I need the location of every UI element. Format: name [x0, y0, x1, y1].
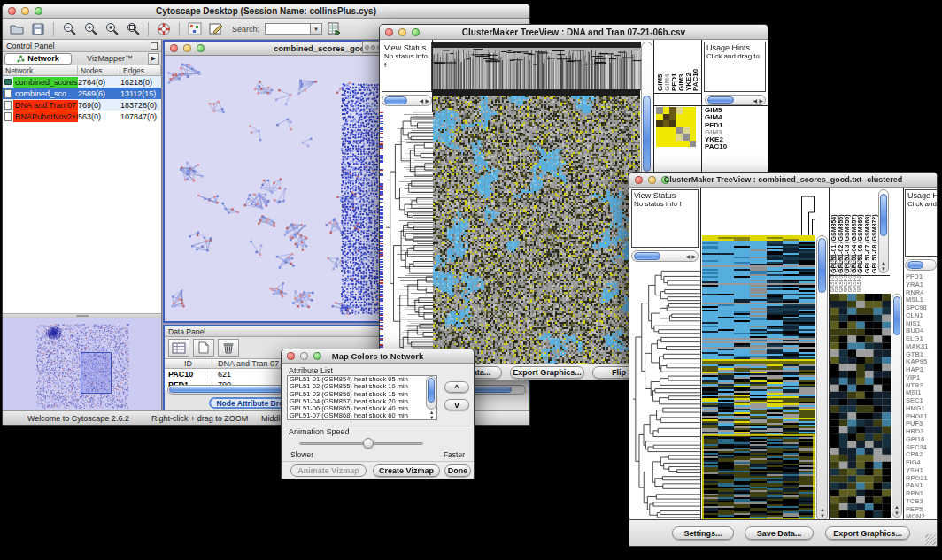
matrix-cell[interactable]	[676, 107, 683, 114]
dialog-titlebar[interactable]: Map Colors to Network	[282, 349, 474, 364]
column-label[interactable]: GPL51-07 (GSM868)	[864, 189, 871, 273]
attribute-list[interactable]: GPL51-01 (GSM854) heat shock 05 minGPL51…	[287, 375, 437, 420]
zoom-in-icon[interactable]	[81, 20, 99, 37]
column-label[interactable]: YKE2	[684, 42, 691, 91]
create-vizmap-button[interactable]: Create Vizmap	[373, 464, 440, 477]
column-dendrogram-canvas[interactable]	[702, 189, 815, 235]
network-overview-canvas[interactable]	[3, 318, 161, 413]
save-data-button[interactable]: Save Data...	[745, 526, 814, 540]
column-header-edges[interactable]: Edges	[120, 65, 161, 75]
column-dendrogram-canvas[interactable]	[433, 42, 641, 89]
scrollbar-thumb[interactable]	[643, 96, 651, 172]
tab-network[interactable]: Network	[4, 53, 72, 65]
matrix-cell[interactable]	[676, 141, 683, 148]
matrix-cell[interactable]	[690, 134, 697, 141]
matrix-cell[interactable]	[663, 127, 670, 134]
export-graphics-button[interactable]: Export Graphics...	[510, 366, 584, 379]
hints-hscrollbar[interactable]	[905, 259, 937, 271]
search-input[interactable]	[265, 23, 311, 35]
scroll-up-icon[interactable]	[820, 507, 825, 512]
attribute-list-item[interactable]: GPL51-07 (GSM868) heat shock 60 min	[288, 412, 436, 419]
matrix-cell[interactable]	[676, 120, 683, 127]
matrix-cell[interactable]	[690, 114, 697, 121]
scroll-left-icon[interactable]	[753, 98, 757, 104]
matrix-cell[interactable]	[656, 114, 663, 121]
scrollbar-thumb[interactable]	[880, 194, 887, 236]
move-down-button[interactable]: v	[444, 399, 469, 410]
animation-speed-slider[interactable]	[299, 442, 423, 445]
matrix-cell[interactable]	[676, 114, 683, 121]
matrix-cell[interactable]	[690, 120, 697, 127]
matrix-cell[interactable]	[683, 120, 690, 127]
search-dropdown-icon[interactable]	[311, 23, 322, 35]
annotation-icon[interactable]	[207, 20, 225, 37]
close-icon[interactable]	[365, 45, 369, 50]
treeview1-titlebar[interactable]: ClusterMaker TreeView : DNA and Tran 07-…	[380, 25, 768, 40]
matrix-cell[interactable]	[669, 127, 676, 134]
row-dendrogram-canvas[interactable]	[631, 266, 700, 521]
column-header-network[interactable]: Network	[3, 65, 78, 75]
row-dendrogram-canvas[interactable]	[384, 112, 433, 365]
column-header-nodes[interactable]: Nodes	[78, 65, 120, 75]
tab-vizmapper[interactable]: VizMapper™	[73, 54, 146, 63]
zoom-heatmap-canvas[interactable]	[830, 294, 891, 518]
scroll-down-icon[interactable]	[429, 415, 434, 420]
scrollbar-thumb[interactable]	[384, 96, 407, 104]
done-button[interactable]: Done	[444, 464, 471, 477]
heatmap-canvas[interactable]	[433, 90, 640, 365]
matrix-cell[interactable]	[690, 141, 697, 148]
matrix-cell[interactable]	[669, 114, 676, 121]
column-label[interactable]: GIM5	[656, 42, 663, 91]
scroll-right-icon[interactable]	[691, 254, 696, 259]
tab-overflow-arrow-icon[interactable]	[148, 53, 159, 65]
scrollbar-thumb[interactable]	[893, 296, 900, 335]
gene-name[interactable]: PAC10	[705, 143, 727, 150]
search-combobox[interactable]	[265, 23, 322, 35]
matrix-cell[interactable]	[683, 114, 690, 121]
scroll-right-icon[interactable]	[759, 98, 763, 104]
gene-name-list[interactable]: GIM5GIM4PFD1GIM3YKE2PAC10	[705, 107, 727, 151]
zoom-selected-icon[interactable]	[103, 20, 120, 37]
scrollbar-thumb[interactable]	[707, 96, 734, 104]
matrix-cell[interactable]	[683, 134, 690, 141]
select-attributes-icon[interactable]	[168, 339, 189, 357]
help-lifering-icon[interactable]	[155, 20, 173, 37]
column-label[interactable]: PFD1	[670, 42, 677, 91]
scrollbar-thumb[interactable]	[818, 238, 826, 293]
matrix-cell[interactable]	[656, 141, 663, 148]
matrix-cell[interactable]	[676, 134, 683, 141]
matrix-cell[interactable]	[683, 127, 690, 134]
list-vscrollbar[interactable]	[426, 376, 436, 410]
matrix-cell[interactable]	[669, 134, 676, 141]
settings-button[interactable]: Settings...	[672, 526, 734, 540]
scroll-right-icon[interactable]	[425, 98, 429, 104]
matrix-cell[interactable]	[656, 107, 663, 114]
matrix-cell[interactable]	[656, 134, 663, 141]
open-file-icon[interactable]	[8, 20, 26, 37]
plugin-nodes-icon[interactable]	[186, 20, 204, 37]
scroll-down-icon[interactable]	[881, 266, 886, 272]
float-panel-icon[interactable]	[151, 42, 158, 50]
scroll-up-icon[interactable]	[881, 260, 886, 265]
matrix-cell[interactable]	[683, 107, 690, 114]
matrix-cell[interactable]	[663, 141, 670, 148]
matrix-cell[interactable]	[676, 127, 683, 134]
status-hscrollbar[interactable]	[382, 95, 432, 106]
status-hscrollbar[interactable]	[631, 250, 699, 262]
matrix-cell[interactable]	[663, 114, 670, 121]
scroll-up-icon[interactable]	[894, 504, 900, 510]
gene-name-list[interactable]: PFD1YRA1RNR4MSL1SPC98CLN1NIS1BUD4ELG1MAK…	[906, 273, 928, 521]
import-table-icon[interactable]	[326, 20, 344, 37]
delete-attribute-icon[interactable]	[218, 339, 239, 357]
column-label[interactable]: GPL51-08 (GSM872)	[871, 189, 878, 273]
heatmap-vscrollbar[interactable]	[816, 235, 828, 521]
main-titlebar[interactable]: Cytoscape Desktop (Session Name: collins…	[3, 4, 529, 19]
scroll-left-icon[interactable]	[419, 98, 423, 104]
matrix-cell[interactable]	[690, 127, 697, 134]
heatmap-canvas[interactable]	[702, 235, 815, 521]
labels-vscrollbar[interactable]	[878, 189, 889, 273]
matrix-cell[interactable]	[663, 120, 670, 127]
scrollbar-thumb[interactable]	[428, 378, 435, 403]
matrix-cell[interactable]	[690, 107, 697, 114]
matrix-cell[interactable]	[669, 107, 676, 114]
